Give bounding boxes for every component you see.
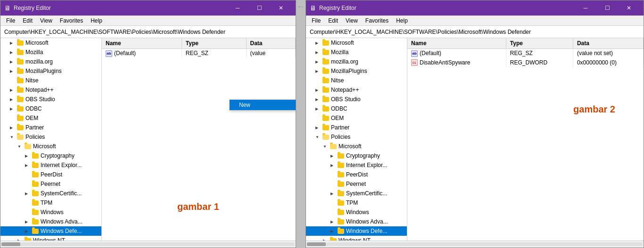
tree-item[interactable]: ▶ Nitse (306, 76, 407, 85)
window-controls-2: ─ ☐ ✕ (575, 0, 640, 16)
reg-type: REG_DWORD (506, 58, 573, 67)
col-type-2: Type (506, 38, 573, 48)
menu-view-1[interactable]: View (36, 16, 56, 25)
reg-type-icon-ab: ab (411, 50, 418, 57)
tree-item[interactable]: ▶ Microsoft (0, 38, 101, 48)
tree-item-windows-defender-1[interactable]: ▶ Windows Defe... (0, 226, 101, 236)
menu-edit-1[interactable]: Edit (19, 16, 36, 25)
tree-item[interactable]: ▶ Partner (0, 123, 101, 132)
tree-item[interactable]: ▶ Mozilla (306, 48, 407, 57)
tree-item[interactable]: ▶ Cryptography (0, 151, 101, 160)
reg-type: REG_SZ (506, 48, 573, 58)
tree-item[interactable]: ▶ Windows NT (0, 236, 101, 240)
window-2: 🖥 Registry Editor ─ ☐ ✕ File Edit View F… (305, 0, 644, 248)
tree-item[interactable]: ▶ Windows NT (306, 236, 407, 240)
reg-name: 01DisableAntiSpyware (407, 58, 506, 67)
tree-item[interactable]: ▼ Microsoft (306, 142, 407, 151)
tree-item-windows-defender-2[interactable]: ▶ Windows Defe... (306, 226, 407, 236)
reg-data: (value (246, 48, 296, 58)
col-data-2: Data (573, 38, 643, 48)
hscrollbar-2[interactable] (306, 240, 644, 248)
col-name-2: Name (407, 38, 506, 48)
title-bar-1: 🖥 Registry Editor ─ ☐ ✕ (0, 0, 296, 16)
address-bar-2: Computer\HKEY_LOCAL_MACHINE\SOFTWARE\Pol… (306, 26, 644, 38)
tree-item[interactable]: ▶ ODBC (306, 104, 407, 113)
menu-favorites-1[interactable]: Favorites (56, 16, 87, 25)
tree-item[interactable]: ▶ mozilla.org (306, 57, 407, 66)
tree-item[interactable]: ▶ SystemCertific... (306, 189, 407, 198)
main-content-2: ▶ Microsoft ▶ Mozilla ▶ mozilla.org ▶ Mo… (306, 38, 644, 240)
tree-item[interactable]: ▶ PeerDist (0, 170, 101, 179)
table-row[interactable]: ab(Default) REG_SZ (value not set) (407, 48, 644, 58)
address-text-1: Computer\HKEY_LOCAL_MACHINE\SOFTWARE\Pol… (4, 29, 225, 35)
tree-item[interactable]: ▶ Notepad++ (306, 85, 407, 95)
col-type-1: Type (182, 38, 246, 48)
tree-item[interactable]: ▶ Notepad++ (0, 85, 101, 95)
tree-item[interactable]: ▶ Internet Explor... (306, 160, 407, 170)
title-bar-2: 🖥 Registry Editor ─ ☐ ✕ (306, 0, 644, 16)
reg-name: ab(Default) (407, 48, 506, 58)
table-row[interactable]: 01DisableAntiSpyware REG_DWORD 0x0000000… (407, 58, 644, 67)
tree-item[interactable]: ▶ Cryptography (306, 151, 407, 160)
scroll-thumb-2 (307, 242, 326, 246)
tree-item[interactable]: ▶ Windows Adva... (306, 217, 407, 226)
tree-item[interactable]: ▶ TPM (0, 198, 101, 208)
tree-item[interactable]: ▼ Microsoft (0, 142, 101, 151)
tree-item[interactable]: ▶ SystemCertific... (0, 189, 101, 198)
tree-item[interactable]: ▶ Partner (306, 123, 407, 132)
tree-item[interactable]: ▶ Microsoft (306, 38, 407, 48)
tree-panel-2: ▶ Microsoft ▶ Mozilla ▶ mozilla.org ▶ Mo… (306, 38, 407, 240)
minimize-button-2[interactable]: ─ (575, 0, 596, 16)
menu-edit-2[interactable]: Edit (324, 16, 342, 25)
menu-file-2[interactable]: File (308, 16, 324, 25)
tree-item[interactable]: ▶ TPM (306, 198, 407, 208)
tree-item[interactable]: ▶ OBS Studio (0, 95, 101, 104)
tree-item[interactable]: ▶ Windows Adva... (0, 217, 101, 226)
tree-item[interactable]: ▶ MozillaPlugins (0, 66, 101, 76)
table-row[interactable]: ab(Default) REG_SZ (value (102, 48, 296, 58)
scroll-track-2 (307, 242, 643, 246)
ctx-new[interactable]: New ▶ Key String Value Binary Value (230, 100, 296, 110)
registry-table-2: Name Type Data ab(Default) REG_SZ (value… (407, 38, 644, 67)
reg-type-icon-dword: 01 (411, 59, 418, 66)
minimize-button-1[interactable]: ─ (227, 0, 248, 16)
tree-item[interactable]: ▶ MozillaPlugins (306, 66, 407, 76)
tree-item[interactable]: ▶ PeerDist (306, 170, 407, 179)
menu-help-1[interactable]: Help (87, 16, 106, 25)
tree-item[interactable]: ▶ OBS Studio (306, 95, 407, 104)
tree-item[interactable]: ▶ ODBC (0, 104, 101, 113)
tree-item[interactable]: ▶ Windows (306, 208, 407, 217)
close-button-2[interactable]: ✕ (618, 0, 640, 16)
col-data-1: Data (246, 38, 296, 48)
tree-item[interactable]: ▼ Policies (0, 132, 101, 142)
tree-item[interactable]: ▶ Nitse (0, 76, 101, 85)
tree-item[interactable]: ▼ Policies (306, 132, 407, 142)
close-button-1[interactable]: ✕ (270, 0, 292, 16)
tree-item[interactable]: ▶ Windows (0, 208, 101, 217)
menu-favorites-2[interactable]: Favorites (362, 16, 392, 25)
tree-item[interactable]: ▶ OEM (306, 113, 407, 123)
menu-help-2[interactable]: Help (392, 16, 412, 25)
app-icon-1: 🖥 (4, 4, 11, 12)
hscrollbar-1[interactable] (0, 240, 296, 248)
menu-file-1[interactable]: File (2, 16, 19, 25)
reg-data: 0x00000000 (0) (573, 58, 643, 67)
context-menu-1: New ▶ Key String Value Binary Value (229, 99, 296, 111)
tree-item[interactable]: ▶ Peernet (306, 179, 407, 189)
tree-item[interactable]: ▶ Peernet (0, 179, 101, 189)
tree-item[interactable]: ▶ OEM (0, 113, 101, 123)
maximize-button-1[interactable]: ☐ (248, 0, 270, 16)
tree-item[interactable]: ▶ Internet Explor... (0, 160, 101, 170)
forward-button[interactable]: → (297, 13, 305, 23)
gambar-label-2: gambar 2 (573, 104, 615, 115)
menu-view-2[interactable]: View (342, 16, 362, 25)
reg-data: (value not set) (573, 48, 643, 58)
tree-item[interactable]: ▶ mozilla.org (0, 57, 101, 66)
address-text-2: Computer\HKEY_LOCAL_MACHINE\SOFTWARE\Pol… (310, 29, 531, 35)
col-name-1: Name (102, 38, 182, 48)
main-content-1: ▶ Microsoft ▶ Mozilla ▶ mozilla.org ▶ Mo… (0, 38, 296, 240)
tree-item[interactable]: ▶ Mozilla (0, 48, 101, 57)
back-button[interactable]: ← (297, 2, 305, 12)
maximize-button-2[interactable]: ☐ (596, 0, 618, 16)
tree-panel-1: ▶ Microsoft ▶ Mozilla ▶ mozilla.org ▶ Mo… (0, 38, 102, 240)
